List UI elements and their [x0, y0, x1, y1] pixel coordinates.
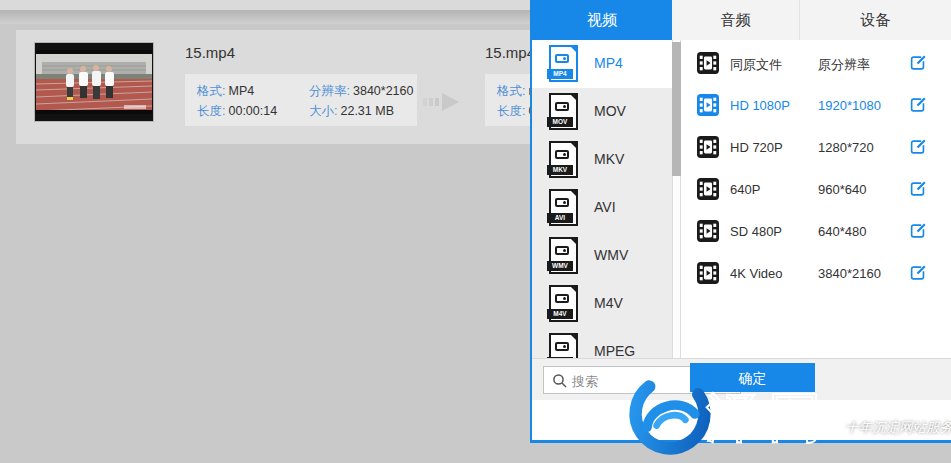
- film-icon: [697, 178, 719, 204]
- tab-device[interactable]: 设备: [800, 0, 951, 40]
- preset-row-hd1080p[interactable]: HD 1080P 1920*1080: [681, 84, 951, 126]
- format-label: 格式:: [197, 84, 225, 98]
- mp4-file-icon: MP4: [549, 45, 578, 82]
- preset-row-sd480p[interactable]: SD 480P 640*480: [681, 210, 951, 252]
- popup-bottom-bar: 搜索 确定: [532, 358, 951, 400]
- edit-preset-icon[interactable]: [908, 263, 928, 283]
- transfer-arrow-icon: [423, 91, 461, 113]
- preset-row-hd720p[interactable]: HD 720P 1280*720: [681, 126, 951, 168]
- file-title: 15.mp4: [485, 44, 535, 61]
- duration-label: 长度:: [497, 104, 525, 118]
- tab-audio[interactable]: 音频: [672, 0, 800, 40]
- format-item-mp4[interactable]: MP4 MP4: [532, 40, 672, 88]
- format-item-avi[interactable]: AVI AVI: [532, 184, 672, 232]
- popup-tabbar: 视频 音频 设备: [532, 0, 951, 40]
- film-icon: [697, 94, 719, 120]
- preset-panel: 同原文件 原分辨率 HD 1080P 1920*1080: [681, 40, 951, 398]
- video-thumbnail[interactable]: [34, 42, 154, 122]
- size-label: 大小:: [309, 104, 337, 118]
- search-placeholder: 搜索: [572, 373, 598, 391]
- resolution-value: 3840*2160: [353, 84, 413, 98]
- duration-label: 长度:: [197, 104, 225, 118]
- edit-preset-icon[interactable]: [908, 95, 928, 115]
- film-icon: [697, 262, 719, 288]
- preset-row-4k[interactable]: 4K Video 3840*2160: [681, 252, 951, 294]
- format-list-scrollbar-thumb[interactable]: [672, 42, 681, 176]
- file-info-box: 格式:MP4 分辨率:3840*2160 长度:00:00:14 大小:22.3…: [185, 74, 417, 126]
- duration-value: 00:00:14: [228, 104, 277, 118]
- edit-preset-icon[interactable]: [908, 179, 928, 199]
- file-title: 15.mp4: [185, 44, 235, 61]
- tab-video[interactable]: 视频: [532, 0, 672, 40]
- search-icon: [551, 372, 569, 390]
- edit-preset-icon[interactable]: [908, 221, 928, 241]
- preset-row-original[interactable]: 同原文件 原分辨率: [681, 42, 951, 84]
- avi-file-icon: AVI: [549, 189, 578, 226]
- mov-file-icon: MOV: [549, 93, 578, 130]
- format-item-mov[interactable]: MOV MOV: [532, 88, 672, 136]
- format-value: MP4: [228, 84, 254, 98]
- wmv-file-icon: WMV: [549, 237, 578, 274]
- m4v-file-icon: M4V: [549, 285, 578, 322]
- thumbnail-scene: [36, 50, 152, 114]
- format-item-mkv[interactable]: MKV MKV: [532, 136, 672, 184]
- film-icon: [697, 136, 719, 162]
- format-label: 格式:: [497, 84, 525, 98]
- confirm-button[interactable]: 确定: [690, 363, 815, 392]
- format-list: MP4 MP4 MOV MOV MKV MKV AVI AVI WMV WMV …: [532, 40, 672, 398]
- edit-preset-icon[interactable]: [908, 53, 928, 73]
- film-icon: [697, 220, 719, 246]
- size-value: 22.31 MB: [340, 104, 394, 118]
- edit-preset-icon[interactable]: [908, 137, 928, 157]
- resolution-label: 分辨率:: [309, 84, 350, 98]
- preset-row-640p[interactable]: 640P 960*640: [681, 168, 951, 210]
- output-format-popup: 视频 音频 设备 MP4 MP4 MOV MOV MKV MKV AVI AVI: [530, 0, 951, 443]
- film-icon: [697, 52, 719, 78]
- mkv-file-icon: MKV: [549, 141, 578, 178]
- format-item-m4v[interactable]: M4V M4V: [532, 280, 672, 328]
- format-item-wmv[interactable]: WMV WMV: [532, 232, 672, 280]
